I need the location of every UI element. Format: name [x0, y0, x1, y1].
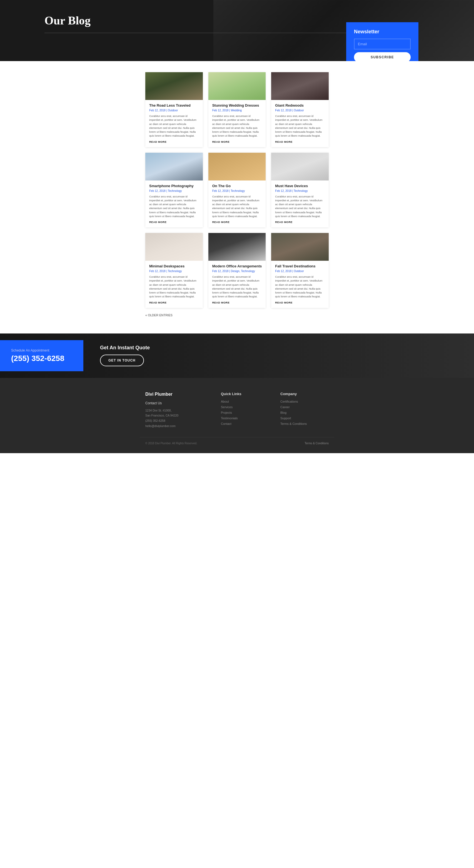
blog-card-onthego-read-more[interactable]: READ MORE [212, 220, 262, 223]
blog-card-fall-read-more[interactable]: READ MORE [275, 301, 325, 304]
blog-card-fall-body: Fall Travel Destinations Feb 12, 2018 | … [271, 261, 329, 308]
blog-card-wedding: Stunning Wedding Dresses Feb 12, 2018 | … [208, 72, 266, 147]
hero-section: Our Blog Newsletter SUBSCRIBE [0, 0, 474, 61]
blog-card-officearrange-read-more[interactable]: READ MORE [212, 301, 262, 304]
blog-card-road-title: The Road Less Traveled [149, 103, 199, 107]
footer-email: hello@diviplumber.com [145, 424, 210, 429]
blog-card-officearrange-title: Modern Office Arrangements [212, 264, 262, 268]
blog-card-mustdevices: Must Have Devices Feb 12, 2018 | Technol… [271, 153, 329, 228]
blog-card-smartphone-body: Smartphone Photography Feb 12, 2018 | Te… [145, 181, 203, 228]
blog-card-onthego-title: On The Go [212, 184, 262, 188]
blog-card-redwoods-excerpt: Curabitur arcu erat, accumsan id imperdi… [275, 114, 325, 138]
blog-card-minimal-title: Minimal Deskspaces [149, 264, 199, 268]
blog-card-road-excerpt: Curabitur arcu erat, accumsan id imperdi… [149, 114, 199, 138]
blog-card-redwoods-image [271, 72, 329, 100]
footer-company-column: Company Certifications Career Blog Suppo… [280, 392, 329, 429]
footer-link-career[interactable]: Career [280, 405, 329, 409]
blog-card-smartphone: Smartphone Photography Feb 12, 2018 | Te… [145, 153, 203, 228]
hero-divider [45, 33, 388, 33]
blog-card-onthego-image [208, 153, 266, 181]
blog-card-officearrange-meta: Feb 12, 2018 | Design, Technology [212, 270, 262, 273]
blog-card-officearrange: Modern Office Arrangements Feb 12, 2018 … [208, 233, 266, 308]
footer-terms-link[interactable]: Terms & Conditions [304, 442, 329, 445]
blog-row-3: Minimal Deskspaces Feb 12, 2018 | Techno… [145, 233, 329, 308]
blog-section: The Road Less Traveled Feb 12, 2018 | Ou… [140, 61, 334, 328]
footer-company-heading: Company [280, 392, 329, 396]
blog-card-officearrange-excerpt: Curabitur arcu erat, accumsan id imperdi… [212, 275, 262, 299]
blog-card-fall-title: Fall Travel Destinations [275, 264, 325, 268]
blog-card-onthego-excerpt: Curabitur arcu erat, accumsan id imperdi… [212, 195, 262, 219]
blog-card-wedding-meta: Feb 12, 2018 | Wedding [212, 109, 262, 112]
cta-right-block: Get An Instant Quote GET IN TOUCH [83, 337, 167, 375]
get-in-touch-button[interactable]: GET IN TOUCH [100, 354, 144, 366]
blog-card-road: The Road Less Traveled Feb 12, 2018 | Ou… [145, 72, 203, 147]
blog-card-minimal-image [145, 233, 203, 261]
cta-section: Schedule An Appointment (255) 352-6258 G… [0, 334, 474, 378]
blog-card-officearrange-image [208, 233, 266, 261]
blog-row-1: The Road Less Traveled Feb 12, 2018 | Ou… [145, 72, 329, 147]
blog-card-mustdevices-read-more[interactable]: READ MORE [275, 220, 325, 223]
blog-card-road-read-more[interactable]: READ MORE [149, 140, 199, 143]
blog-card-wedding-body: Stunning Wedding Dresses Feb 12, 2018 | … [208, 100, 266, 147]
blog-card-smartphone-image [145, 153, 203, 181]
footer-link-terms[interactable]: Terms & Conditions [280, 422, 329, 425]
blog-card-smartphone-read-more[interactable]: READ MORE [149, 220, 199, 223]
footer-contact-label: Contact Us [145, 401, 210, 405]
blog-card-wedding-read-more[interactable]: READ MORE [212, 140, 262, 143]
blog-card-road-image [145, 72, 203, 100]
footer-link-projects[interactable]: Projects [221, 411, 269, 414]
blog-card-fall-meta: Feb 12, 2018 | Outdoor [275, 270, 325, 273]
footer-address-line1: 1234 Divi St. #1000, [145, 408, 210, 413]
footer-address-line2: San Francisco, CA 94220 [145, 413, 210, 418]
blog-card-onthego-body: On The Go Feb 12, 2018 | Technology Cura… [208, 181, 266, 228]
blog-card-fall-excerpt: Curabitur arcu erat, accumsan id imperdi… [275, 275, 325, 299]
cta-schedule-label: Schedule An Appointment [11, 348, 72, 352]
newsletter-email-input[interactable] [354, 39, 411, 50]
blog-card-redwoods: Giant Redwoods Feb 12, 2018 | Outdoor Cu… [271, 72, 329, 147]
blog-card-smartphone-title: Smartphone Photography [149, 184, 199, 188]
blog-card-wedding-excerpt: Curabitur arcu erat, accumsan id imperdi… [212, 114, 262, 138]
newsletter-widget: Newsletter SUBSCRIBE [346, 22, 418, 61]
blog-card-mustdevices-title: Must Have Devices [275, 184, 325, 188]
blog-card-redwoods-body: Giant Redwoods Feb 12, 2018 | Outdoor Cu… [271, 100, 329, 147]
footer-link-support[interactable]: Support [280, 416, 329, 420]
footer-link-blog[interactable]: Blog [280, 411, 329, 414]
newsletter-subscribe-button[interactable]: SUBSCRIBE [354, 52, 411, 61]
blog-card-minimal-read-more[interactable]: READ MORE [149, 301, 199, 304]
blog-card-mustdevices-meta: Feb 12, 2018 | Technology [275, 189, 325, 192]
footer-bottom-bar: © 2018 Divi Plumber. All Rights Reserved… [140, 437, 334, 445]
blog-card-wedding-image [208, 72, 266, 100]
cta-left-block: Schedule An Appointment (255) 352-6258 [0, 340, 83, 371]
footer: Divi Plumber Contact Us 1234 Divi St. #1… [0, 378, 474, 454]
footer-link-testimonials[interactable]: Testimonials [221, 416, 269, 420]
blog-card-fall: Fall Travel Destinations Feb 12, 2018 | … [271, 233, 329, 308]
footer-inner: Divi Plumber Contact Us 1234 Divi St. #1… [140, 392, 334, 437]
footer-link-about[interactable]: About [221, 400, 269, 403]
blog-card-redwoods-read-more[interactable]: READ MORE [275, 140, 325, 143]
blog-card-minimal-meta: Feb 12, 2018 | Technology [149, 270, 199, 273]
blog-card-minimal-excerpt: Curabitur arcu erat, accumsan id imperdi… [149, 275, 199, 299]
footer-link-certifications[interactable]: Certifications [280, 400, 329, 403]
older-entries-link[interactable]: « OLDER ENTRIES [145, 313, 329, 317]
cta-phone: (255) 352-6258 [11, 354, 72, 363]
footer-quick-links-column: Quick Links About Services Projects Test… [221, 392, 269, 429]
footer-link-contact[interactable]: Contact [221, 422, 269, 425]
blog-card-road-meta: Feb 12, 2018 | Outdoor [149, 109, 199, 112]
blog-card-redwoods-title: Giant Redwoods [275, 103, 325, 107]
blog-card-mustdevices-body: Must Have Devices Feb 12, 2018 | Technol… [271, 181, 329, 228]
newsletter-heading: Newsletter [354, 29, 411, 35]
blog-card-fall-image [271, 233, 329, 261]
blog-card-redwoods-meta: Feb 12, 2018 | Outdoor [275, 109, 325, 112]
blog-card-onthego: On The Go Feb 12, 2018 | Technology Cura… [208, 153, 266, 228]
blog-row-2: Smartphone Photography Feb 12, 2018 | Te… [145, 153, 329, 228]
footer-copyright: © 2018 Divi Plumber. All Rights Reserved… [145, 442, 197, 445]
footer-quick-links-heading: Quick Links [221, 392, 269, 396]
blog-card-mustdevices-image [271, 153, 329, 181]
blog-card-smartphone-meta: Feb 12, 2018 | Technology [149, 189, 199, 192]
blog-card-minimal: Minimal Deskspaces Feb 12, 2018 | Techno… [145, 233, 203, 308]
blog-card-wedding-title: Stunning Wedding Dresses [212, 103, 262, 107]
footer-brand-column: Divi Plumber Contact Us 1234 Divi St. #1… [145, 392, 210, 429]
footer-link-services[interactable]: Services [221, 405, 269, 409]
blog-card-smartphone-excerpt: Curabitur arcu erat, accumsan id imperdi… [149, 195, 199, 219]
blog-card-onthego-meta: Feb 12, 2018 | Technology [212, 189, 262, 192]
